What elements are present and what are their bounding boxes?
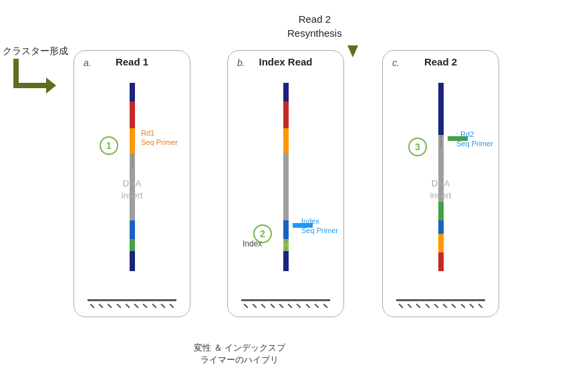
ground-b [241, 299, 330, 310]
panel-b: b. Index Read 2 IndexSeq Primer Index [227, 50, 344, 317]
bottom-note: 変性 ＆ インデックスプ ライマーのハイブリ [194, 342, 285, 366]
read2-arrow [341, 25, 365, 60]
rd2-primer-label: : Rd2Seq Primer [456, 130, 493, 149]
step-circle-1: 1 [100, 136, 118, 155]
svg-marker-1 [46, 77, 56, 94]
read2-resynthesis-label: Read 2 Resynthesis [287, 12, 342, 40]
panel-b-title: Index Read [228, 56, 343, 67]
step-circle-3: 3 [408, 138, 427, 156]
dna-insert-a: DNAinsert [74, 178, 190, 202]
svg-marker-0 [347, 25, 358, 57]
panel-c: c. Read 2 3 : Rd2Seq Primer DNAinsert [382, 50, 499, 317]
panel-c-title: Read 2 [383, 56, 498, 67]
ground-c [396, 299, 485, 310]
panel-a: a. Read 1 1 Rd1Seq Primer DNAinsert [74, 50, 190, 317]
ground-a [88, 299, 176, 310]
dna-insert-c: DNAinsert [383, 178, 498, 202]
panel-a-title: Read 1 [74, 56, 190, 67]
index-seq-primer-label: IndexSeq Primer [301, 216, 338, 236]
cluster-arrow [9, 59, 56, 102]
rd1-primer-label: Rd1Seq Primer [141, 128, 178, 148]
index-label: Index [243, 239, 262, 248]
cluster-label: クラスター形成 [3, 45, 68, 57]
